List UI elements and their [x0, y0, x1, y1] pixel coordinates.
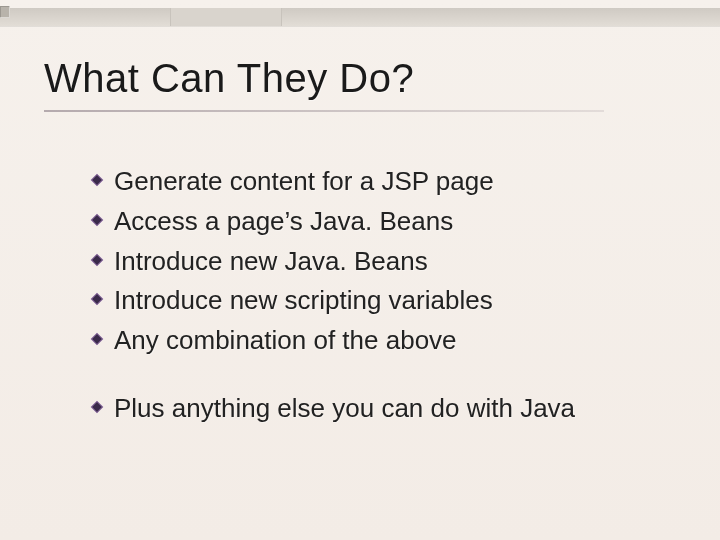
diamond-bullet-icon — [90, 400, 104, 414]
list-item: Access a page’s Java. Beans — [90, 205, 670, 239]
svg-rect-1 — [91, 214, 102, 225]
list-item: Generate content for a JSP page — [90, 165, 670, 199]
ruler-tab — [170, 8, 282, 26]
bullet-group-2: Plus anything else you can do with Java — [90, 392, 670, 426]
list-item-text: Introduce new Java. Beans — [114, 245, 428, 279]
diamond-bullet-icon — [90, 253, 104, 267]
ruler-notch — [0, 6, 10, 18]
list-item: Any combination of the above — [90, 324, 670, 358]
list-item: Introduce new Java. Beans — [90, 245, 670, 279]
list-item: Introduce new scripting variables — [90, 284, 670, 318]
slide-top-ruler — [0, 8, 720, 26]
diamond-bullet-icon — [90, 332, 104, 346]
svg-rect-2 — [91, 254, 102, 265]
title-underline — [44, 110, 604, 112]
diamond-bullet-icon — [90, 213, 104, 227]
svg-rect-5 — [91, 401, 102, 412]
svg-rect-0 — [91, 174, 102, 185]
svg-rect-4 — [91, 334, 102, 345]
diamond-bullet-icon — [90, 292, 104, 306]
bullet-group-1: Generate content for a JSP page Access a… — [90, 165, 670, 358]
list-item-text: Plus anything else you can do with Java — [114, 392, 575, 426]
slide-title: What Can They Do? — [44, 56, 414, 101]
list-item-text: Introduce new scripting variables — [114, 284, 493, 318]
svg-rect-3 — [91, 294, 102, 305]
list-item-text: Any combination of the above — [114, 324, 457, 358]
slide: What Can They Do? Generate content for a… — [0, 0, 720, 540]
list-item-text: Access a page’s Java. Beans — [114, 205, 453, 239]
slide-body: Generate content for a JSP page Access a… — [90, 165, 670, 432]
diamond-bullet-icon — [90, 173, 104, 187]
list-item-text: Generate content for a JSP page — [114, 165, 494, 199]
list-item: Plus anything else you can do with Java — [90, 392, 670, 426]
